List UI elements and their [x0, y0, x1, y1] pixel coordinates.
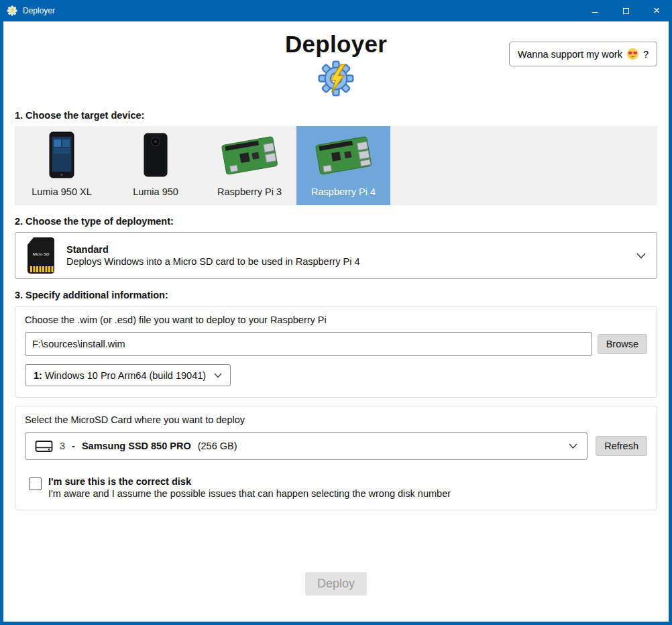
app-window: Deployer – × Deployer Wanna support my w…	[0, 0, 672, 625]
chevron-down-icon	[214, 373, 222, 378]
disk-name: Samsung SSD 850 PRO	[82, 441, 191, 451]
disk-dropdown[interactable]: 3 - Samsung SSD 850 PRO (256 GB)	[25, 432, 587, 460]
device-list: Lumia 950 XL Lumia 950	[15, 126, 657, 205]
raspberry-pi-4-image	[316, 130, 371, 180]
edition-index: 1:	[34, 370, 42, 381]
device-option-lumia-950[interactable]: Lumia 950	[109, 126, 203, 205]
device-label: Lumia 950 XL	[32, 186, 91, 197]
support-button-label: Wanna support my work	[518, 49, 622, 60]
deployment-type-description: Deploys Windows into a Micro SD card to …	[66, 256, 360, 267]
minimize-icon: –	[592, 5, 598, 17]
deployment-type-title: Standard	[66, 244, 360, 255]
section-label-additional: 3. Specify additional information:	[15, 290, 657, 300]
maximize-button[interactable]	[610, 0, 641, 21]
wim-file-row: Browse	[25, 332, 647, 356]
disk-dash: -	[72, 441, 75, 451]
minimize-button[interactable]: –	[579, 0, 610, 21]
device-option-raspberry-pi-3[interactable]: Raspberry Pi 3	[203, 126, 296, 205]
support-button[interactable]: Wanna support my work ?	[509, 42, 657, 66]
disk-size: (256 GB)	[198, 441, 237, 451]
refresh-button[interactable]: Refresh	[596, 436, 647, 456]
disk-group: Select the MicroSD Card where you want t…	[15, 406, 657, 510]
section-label-deployment: 2. Choose the type of deployment:	[15, 216, 657, 227]
close-button[interactable]: ×	[641, 0, 672, 21]
wim-group: Choose the .wim (or .esd) file you want …	[15, 306, 657, 398]
device-label: Raspberry Pi 3	[217, 186, 282, 197]
chevron-down-icon	[636, 253, 646, 259]
edition-name: Windows 10 Pro Arm64 (build 19041)	[45, 370, 206, 381]
chevron-down-icon	[569, 443, 577, 449]
confirm-disk-row: I'm sure this is the correct disk I'm aw…	[25, 476, 647, 499]
microsd-card-icon: Micro SD	[26, 237, 56, 274]
edition-dropdown[interactable]: 1: Windows 10 Pro Arm64 (build 19041)	[25, 364, 231, 386]
device-label: Raspberry Pi 4	[311, 186, 376, 197]
wim-instruction: Choose the .wim (or .esd) file you want …	[25, 315, 647, 325]
disk-row: 3 - Samsung SSD 850 PRO (256 GB) Refresh	[25, 432, 647, 460]
titlebar-left: Deployer	[0, 5, 579, 16]
app-gear-lightning-icon	[7, 5, 17, 16]
deployment-type-texts: Standard Deploys Windows into a Micro SD…	[66, 244, 360, 267]
browse-button[interactable]: Browse	[598, 334, 647, 354]
support-button-question: ?	[643, 49, 649, 60]
edition-text: 1: Windows 10 Pro Arm64 (build 19041)	[34, 370, 206, 381]
disk-instruction: Select the MicroSD Card where you want t…	[25, 414, 647, 425]
window-controls: – ×	[579, 0, 672, 21]
close-icon: ×	[653, 4, 660, 17]
raspberry-pi-3-image	[222, 130, 277, 180]
maximize-icon	[623, 8, 629, 14]
section-label-device: 1. Choose the target device:	[15, 110, 657, 121]
device-option-raspberry-pi-4[interactable]: Raspberry Pi 4	[296, 126, 390, 205]
disk-number: 3	[60, 441, 65, 451]
lumia-950-xl-image	[49, 130, 74, 180]
deploy-button[interactable]: Deploy	[305, 572, 367, 595]
svg-text:Micro SD: Micro SD	[33, 252, 50, 256]
titlebar-title: Deployer	[23, 6, 55, 15]
titlebar[interactable]: Deployer – ×	[0, 0, 672, 21]
main-content: Deployer Wanna support my work ?	[3, 21, 669, 622]
deployment-type-dropdown[interactable]: Micro SD Standard Deploys Windows into a…	[15, 232, 657, 279]
header: Deployer Wanna support my work ?	[15, 31, 657, 99]
lumia-950-image	[144, 130, 168, 180]
confirm-disk-labels: I'm sure this is the correct disk I'm aw…	[48, 476, 451, 499]
confirm-disk-checkbox[interactable]	[29, 477, 42, 490]
heart-eyes-emoji-icon	[626, 48, 639, 60]
wim-path-input[interactable]	[25, 332, 592, 356]
device-label: Lumia 950	[133, 186, 178, 197]
hard-drive-icon	[35, 439, 53, 454]
confirm-disk-title: I'm sure this is the correct disk	[48, 476, 451, 487]
device-option-lumia-950-xl[interactable]: Lumia 950 XL	[15, 126, 109, 205]
confirm-disk-note: I'm aware and I assume the possible issu…	[48, 488, 451, 499]
